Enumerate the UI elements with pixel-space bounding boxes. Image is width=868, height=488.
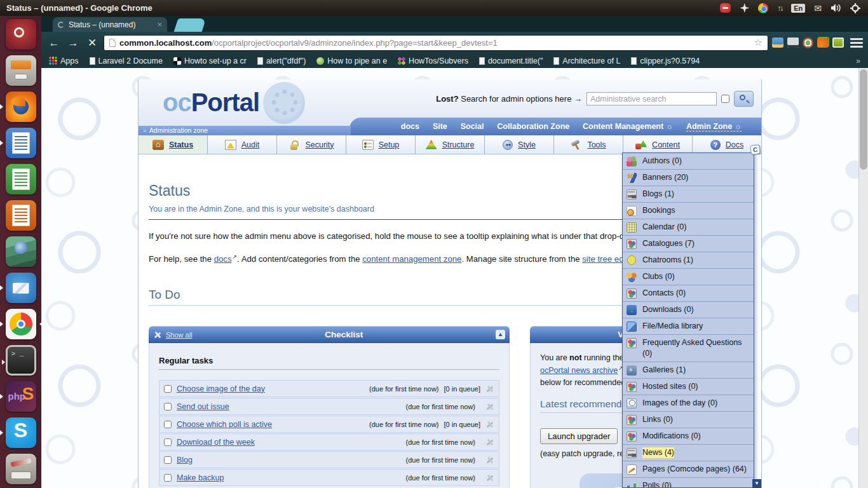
rss-extension-icon[interactable] — [817, 37, 829, 48]
tab-audit[interactable]: Audit — [208, 135, 277, 154]
bookmarks-overflow-chevron[interactable]: » — [856, 57, 860, 65]
bookmark-item[interactable]: document.title(" — [479, 57, 543, 65]
menu-item-news[interactable]: News (4) — [623, 445, 754, 461]
menu-item-bookings[interactable]: Bookings — [623, 203, 754, 219]
bookmark-item[interactable]: Architecture of L — [553, 57, 620, 65]
terminal-icon[interactable] — [6, 345, 36, 376]
back-button[interactable]: ← — [46, 37, 62, 48]
task-link[interactable]: Make backup — [177, 473, 224, 482]
menu-item-faq[interactable]: Frequently Asked Questions (0) — [623, 335, 754, 362]
nav-site[interactable]: Site — [433, 122, 447, 131]
new-tab-button[interactable] — [174, 18, 207, 32]
nav-social[interactable]: Social — [461, 122, 484, 131]
menu-item-authors[interactable]: Authors (0) — [623, 153, 754, 170]
comcode-badge-icon[interactable]: C — [750, 144, 761, 155]
menu-item-links[interactable]: Links (0) — [623, 412, 754, 428]
tab-close-icon[interactable] — [157, 20, 162, 29]
menu-item-file-media-library[interactable]: File/Media library — [623, 318, 754, 335]
launch-upgrader-button[interactable]: Launch upgrader — [540, 428, 618, 444]
thunderbird-icon[interactable] — [6, 273, 36, 303]
tab-status[interactable]: Status — [139, 135, 208, 154]
skype-icon[interactable] — [6, 417, 36, 448]
volume-icon[interactable] — [831, 3, 841, 13]
apps-shortcut[interactable]: Apps — [49, 57, 79, 65]
show-all-link[interactable]: Show all — [166, 331, 193, 339]
libreoffice-calc-icon[interactable] — [6, 164, 36, 194]
settings-gear-icon[interactable] — [850, 3, 860, 13]
menu-item-blogs[interactable]: Blogs (1) — [623, 186, 754, 203]
docs-link[interactable]: docs — [214, 254, 232, 264]
menu-item-clubs[interactable]: Clubs (0) — [623, 269, 754, 285]
task-checkbox[interactable] — [164, 474, 172, 482]
tab-structure[interactable]: Structure — [416, 135, 485, 154]
tab-content[interactable]: Content — [623, 135, 693, 154]
menu-item-calendar[interactable]: Calendar (0) — [623, 219, 754, 236]
dropdown-scroll-down-icon[interactable] — [752, 479, 761, 488]
menu-item-downloads[interactable]: Downloads (0) — [623, 302, 754, 318]
chrome-menu-icon[interactable] — [850, 38, 863, 48]
task-config-icon[interactable] — [485, 438, 494, 447]
menu-item-pages[interactable]: Pages (Comcode pages) (64) — [623, 461, 754, 478]
scrollbar-thumb[interactable] — [860, 69, 867, 170]
chrome-tray-icon[interactable] — [758, 3, 768, 13]
screenshot-extension-icon[interactable] — [772, 37, 783, 48]
task-link[interactable]: Choose image of the day — [177, 384, 265, 393]
chrome-launcher-icon[interactable] — [6, 309, 36, 339]
bookmark-item[interactable]: How to pipe an e — [316, 57, 387, 65]
admin-search-input[interactable] — [587, 92, 717, 105]
task-checkbox[interactable] — [164, 403, 172, 410]
tab-security[interactable]: Security — [277, 135, 346, 154]
bookmark-item[interactable]: alert("dfdf") — [257, 57, 306, 65]
task-checkbox[interactable] — [164, 456, 172, 464]
url-text[interactable]: common.localhost.com/ocportalproject/ocp… — [119, 38, 750, 48]
task-config-icon[interactable] — [485, 420, 494, 429]
task-link[interactable]: Download of the week — [177, 438, 255, 447]
monitor-extension-icon[interactable] — [787, 37, 799, 48]
firefox-icon[interactable] — [6, 92, 36, 122]
task-link[interactable]: Blog — [177, 456, 193, 464]
tab-style[interactable]: Style — [485, 135, 554, 154]
bookmark-item[interactable]: Howto set-up a cr — [173, 57, 247, 65]
tab-tools[interactable]: Tools — [554, 135, 623, 154]
collapse-toggle-icon[interactable] — [496, 330, 505, 339]
nav-collaboration-zone[interactable]: Collaboration Zone — [497, 122, 569, 131]
task-config-icon[interactable] — [485, 473, 494, 482]
network-arrows-icon[interactable]: ↑↓ — [777, 4, 782, 13]
menu-item-modifications[interactable]: Modifications (0) — [623, 428, 754, 445]
camera-extension-icon[interactable] — [832, 37, 844, 48]
nav-docs[interactable]: docs — [401, 122, 419, 131]
bookmark-item[interactable]: Laravel 2 Docume — [90, 57, 163, 65]
menu-item-galleries[interactable]: Galleries (1) — [623, 362, 754, 379]
system-tools-icon[interactable] — [6, 454, 36, 484]
nav-admin-zone[interactable]: Admin Zone — [686, 122, 742, 132]
search-option-checkbox[interactable] — [721, 95, 729, 103]
phpstorm-icon[interactable] — [6, 381, 36, 412]
bookmark-item[interactable]: HowTos/Subvers — [398, 57, 468, 65]
nav-content-management[interactable]: Content Management — [583, 122, 673, 131]
bookmark-star-icon[interactable] — [754, 37, 763, 48]
target-extension-icon[interactable] — [803, 37, 813, 48]
task-config-icon[interactable] — [485, 402, 494, 411]
task-checkbox[interactable] — [164, 438, 172, 446]
page-scrollbar[interactable] — [858, 68, 868, 488]
page-security-icon[interactable] — [109, 39, 116, 47]
skype-status-icon[interactable] — [720, 3, 731, 13]
menu-item-images-of-the-day[interactable]: Images of the day (0) — [623, 395, 754, 412]
menu-item-hosted-sites[interactable]: Hosted sites (0) — [623, 379, 754, 395]
search-button[interactable] — [734, 91, 754, 107]
task-config-icon[interactable] — [485, 384, 494, 393]
keyboard-layout-indicator[interactable]: En — [791, 4, 805, 13]
libreoffice-writer-icon[interactable] — [6, 128, 36, 158]
menu-item-chatrooms[interactable]: Chatrooms (1) — [623, 252, 754, 269]
menu-item-catalogues[interactable]: Catalogues (7) — [623, 236, 754, 252]
task-checkbox[interactable] — [164, 385, 172, 393]
bookmark-item[interactable]: clipper.js?0.5794 — [631, 57, 700, 65]
task-checkbox[interactable] — [164, 421, 172, 428]
content-management-zone-link[interactable]: content management zone — [362, 254, 461, 264]
libreoffice-impress-icon[interactable] — [6, 200, 36, 231]
menu-item-banners[interactable]: Banners (20) — [623, 170, 754, 186]
ebook-library-icon[interactable] — [6, 236, 36, 267]
pinwheel-icon[interactable] — [740, 3, 749, 13]
task-config-icon[interactable] — [485, 456, 494, 464]
mail-icon[interactable]: ✉ — [814, 3, 822, 13]
